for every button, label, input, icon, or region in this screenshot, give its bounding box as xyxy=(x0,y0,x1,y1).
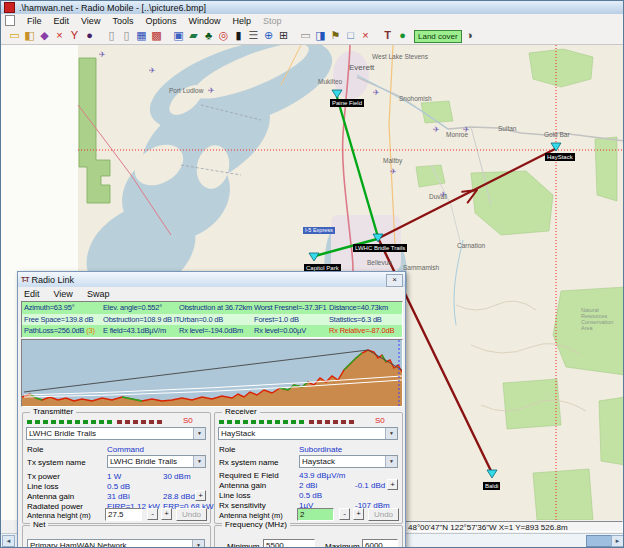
info-distance: Distance=40.73km xyxy=(329,302,402,314)
info-free-space: Free Space=139.8 dB xyxy=(22,314,103,326)
city-label: Bellevue xyxy=(367,259,392,266)
close-icon[interactable]: × xyxy=(386,274,403,287)
open-file-icon[interactable]: ◧ xyxy=(22,28,37,43)
svg-text:✈: ✈ xyxy=(433,125,440,134)
cursor-position-status: 48°00'47"N 122°57'36"W X=1 Y=893 526.8m xyxy=(404,521,623,532)
station-label-haystack[interactable]: HayStack xyxy=(545,153,575,161)
picture-properties-icon[interactable]: ▦ xyxy=(134,28,149,43)
rx-height-plus-button[interactable]: + xyxy=(353,508,364,520)
info-e-field: E field=43.1dBµV/m xyxy=(103,325,179,337)
rx-role-label: Role xyxy=(219,445,235,454)
settings-icon[interactable]: ◑ xyxy=(462,28,477,43)
info-elev-angle: Elev. angle=0.552° xyxy=(103,302,179,314)
dialog-menu-view[interactable]: View xyxy=(54,289,73,299)
tx-height-plus-button[interactable]: + xyxy=(161,508,172,520)
net-group-label: Net xyxy=(30,520,48,530)
selection-icon[interactable]: □ xyxy=(343,28,358,43)
city-label: Mukilteo xyxy=(318,78,342,85)
legend-icon[interactable]: ▮ xyxy=(231,28,246,43)
antenna-icon[interactable]: Y xyxy=(67,28,82,43)
merge-pictures-icon[interactable]: ▩ xyxy=(149,28,164,43)
city-label: Maltby xyxy=(383,157,402,164)
copy-icon[interactable]: ▣ xyxy=(171,28,186,43)
menu-file[interactable]: File xyxy=(27,16,42,26)
dialog-menu-edit[interactable]: Edit xyxy=(24,289,40,299)
page2-icon[interactable]: ▯ xyxy=(119,28,134,43)
page1-icon[interactable]: ▯ xyxy=(104,28,119,43)
rx-antenna-height-input[interactable]: 2 xyxy=(297,508,334,521)
pathloss-note: (3) xyxy=(86,326,95,335)
dialog-title-bar[interactable]: T-T Radio Link × xyxy=(18,272,405,288)
new-file-icon[interactable]: ▭ xyxy=(7,28,22,43)
tx-undo-button[interactable]: Undo xyxy=(176,508,207,521)
menu-edit[interactable]: Edit xyxy=(54,16,70,26)
station-label-paine-field[interactable]: Paine Field xyxy=(330,99,364,107)
title-bar[interactable]: .\hamwan.net - Radio Mobile - [..\pictur… xyxy=(1,1,624,15)
dialog-menu-swap[interactable]: Swap xyxy=(87,289,110,299)
net-select[interactable]: Primary HamWAN Network▼ xyxy=(27,539,205,548)
tx-height-minus-button[interactable]: - xyxy=(147,508,158,520)
tx-system-select[interactable]: LWHC Bridle Trails▼ xyxy=(107,455,206,468)
rx-undo-button[interactable]: Undo xyxy=(368,508,399,521)
svg-text:✈: ✈ xyxy=(149,66,156,75)
radio-link-icon[interactable]: T xyxy=(380,28,395,43)
rx-antenna-gain-dbi: 2 dBi xyxy=(299,481,317,490)
unit-flag-icon[interactable]: ⚑ xyxy=(328,28,343,43)
city-label: Sammamish xyxy=(403,264,439,271)
scroll-left-icon[interactable]: ◄ xyxy=(2,535,15,547)
receiver-group: Receiver S0 HayStack▼ Role Subordinate R… xyxy=(214,412,403,524)
station-label-baldi[interactable]: Baldi xyxy=(483,482,500,490)
units-icon[interactable]: ♣ xyxy=(201,28,216,43)
city-label: Duvall xyxy=(429,193,447,200)
rx-system-select[interactable]: Haystack▼ xyxy=(299,455,398,468)
menu-window[interactable]: Window xyxy=(188,16,220,26)
chevron-down-icon[interactable]: ▼ xyxy=(385,456,397,467)
scroll-right-icon[interactable]: ► xyxy=(611,535,624,547)
tx-role-value: Command xyxy=(107,445,144,454)
rx-height-minus-button[interactable]: - xyxy=(339,508,350,520)
info-pathloss: PathLoss=256.0dB (3) xyxy=(22,325,103,337)
chevron-down-icon[interactable]: ▼ xyxy=(193,428,205,439)
contour-icon[interactable]: ⊞ xyxy=(276,28,291,43)
grayscale-icon[interactable]: ⊕ xyxy=(261,28,276,43)
white-picture-icon[interactable]: ▭ xyxy=(298,28,313,43)
frequency-maximum-input[interactable]: 6000 xyxy=(362,539,398,548)
terrain-profile-chart[interactable] xyxy=(21,339,403,407)
rx-unit-select[interactable]: HayStack▼ xyxy=(218,427,398,440)
menu-help[interactable]: Help xyxy=(232,16,251,26)
export-icon[interactable]: ▰ xyxy=(186,28,201,43)
save-icon[interactable]: ◆ xyxy=(37,28,52,43)
toolbar: ▭ ◧ ◆ × Y ● ▯ ▯ ▦ ▩ ▣ ▰ ♣ ◎ ▮ ☰ ⊕ ⊞ ▭ ◨ … xyxy=(1,27,624,45)
delete-object-icon[interactable]: × xyxy=(358,28,373,43)
info-rx-level-dbm: Rx level=-194.0dBm xyxy=(179,325,254,337)
chevron-down-icon[interactable]: ▼ xyxy=(385,428,397,439)
internet-icon[interactable]: ● xyxy=(395,28,410,43)
rx-antenna-gain-dbd: -0.1 dBd xyxy=(355,481,385,490)
info-azimuth: Azimuth=63.95° xyxy=(22,302,103,314)
menu-tools[interactable]: Tools xyxy=(112,16,133,26)
menu-view[interactable]: View xyxy=(81,16,100,26)
tiles-icon[interactable]: ◨ xyxy=(313,28,328,43)
transmitter-group: Transmitter S0 LWHC Bridle Trails▼ Role … xyxy=(22,412,211,524)
chevron-down-icon[interactable]: ▼ xyxy=(193,456,205,467)
city-label: Monroe xyxy=(446,131,468,138)
tx-antenna-gain-label: Antenna gain xyxy=(27,492,74,501)
info-rx-relative: Rx Relative=-87.0dB xyxy=(329,325,402,337)
chevron-down-icon[interactable]: ▼ xyxy=(192,540,204,548)
rx-required-e-field-value: 43.9 dBµV/m xyxy=(299,471,345,480)
tx-s-meter xyxy=(27,420,115,424)
delete-picture-icon[interactable]: × xyxy=(52,28,67,43)
tx-antenna-pattern-button[interactable]: + xyxy=(195,490,206,501)
tx-unit-select[interactable]: LWHC Bridle Trails▼ xyxy=(26,427,206,440)
menu-options[interactable]: Options xyxy=(145,16,176,26)
tx-system-label: Tx system name xyxy=(27,458,86,467)
info-worst-fresnel: Worst Fresnel=-37.3F1 xyxy=(254,302,329,314)
target-icon[interactable]: ◎ xyxy=(216,28,231,43)
world-map-icon[interactable]: ● xyxy=(82,28,97,43)
tx-antenna-height-input[interactable]: 27.5 xyxy=(105,508,142,521)
station-label-bridle-trails[interactable]: LWHC Bridle Trails xyxy=(353,244,407,252)
city-label: Snohomish xyxy=(399,95,432,102)
rx-antenna-pattern-button[interactable]: + xyxy=(387,479,398,490)
elevation-icon[interactable]: ☰ xyxy=(246,28,261,43)
frequency-minimum-input[interactable]: 5500 xyxy=(263,539,315,548)
